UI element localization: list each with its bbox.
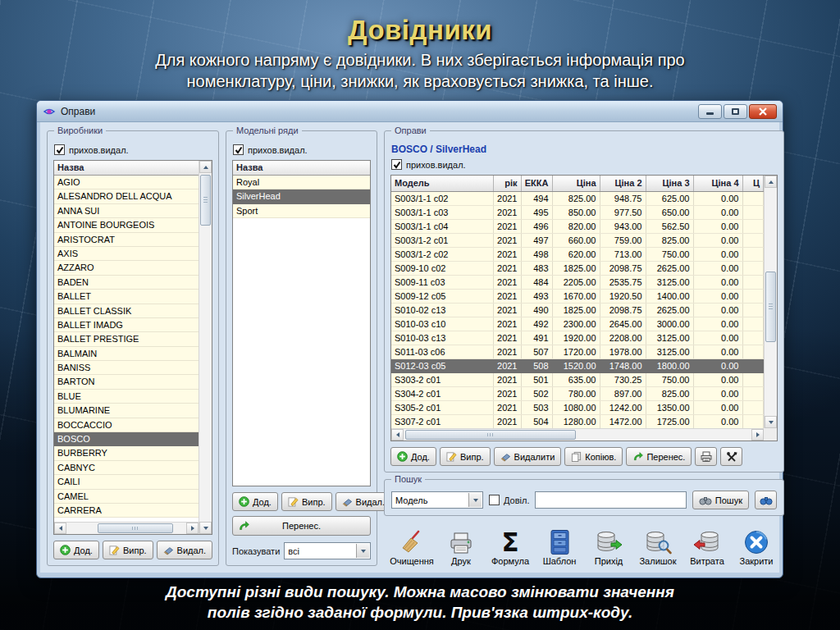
vertical-scrollbar[interactable] (199, 161, 212, 534)
scrollbar-thumb[interactable] (405, 430, 576, 440)
transfer-button[interactable]: Перенес. (626, 447, 692, 466)
column-header[interactable]: Ціна 3 (646, 176, 693, 191)
list-item[interactable]: ARISTOCRAT (54, 233, 199, 247)
list-item[interactable]: AZZARO (54, 261, 199, 275)
toolbar-item-close[interactable]: Закрити (732, 527, 781, 566)
column-header[interactable]: Ціна 2 (600, 176, 646, 191)
scroll-right-button[interactable] (751, 429, 764, 441)
table-row[interactable]: S010-03 c1320214911920.002208.003125.000… (391, 331, 764, 345)
advanced-search-button[interactable] (755, 491, 777, 509)
table-row[interactable]: S303-2 c012021501635.00730.25750.000.00 (391, 372, 764, 386)
toolbar-item-expense[interactable]: Витрата (682, 527, 732, 566)
table-row[interactable]: S003/1-1 c042021496820.00943.00562.500.0… (391, 219, 764, 233)
search-input[interactable] (535, 491, 686, 509)
list-item[interactable]: ANNA SUI (54, 204, 199, 218)
list-item[interactable]: BOCCACCIO (54, 418, 199, 432)
column-header[interactable]: рік (493, 176, 521, 191)
edit-button[interactable]: Випр. (103, 541, 153, 559)
list-header[interactable]: Назва (233, 161, 370, 176)
list-item[interactable]: ANTOINE BOURGEOIS (54, 218, 199, 232)
copy-button[interactable]: Копіюв. (564, 447, 623, 466)
table-row[interactable]: S009-10 c0220214831825.002098.752625.000… (391, 261, 764, 275)
add-button[interactable]: Дод. (53, 541, 99, 559)
list-item[interactable]: BADEN (54, 276, 199, 290)
add-button[interactable]: Дод. (390, 447, 436, 466)
list-item[interactable]: SilverHead (233, 189, 370, 203)
scrollbar-thumb[interactable] (765, 272, 776, 342)
search-button[interactable]: Пошук (692, 491, 749, 509)
delete-button[interactable]: Видалити (494, 447, 562, 466)
add-button[interactable]: Дод. (232, 492, 278, 511)
table-row[interactable]: S307-2 c0120215041280.001472.001725.000.… (391, 414, 764, 428)
table-row[interactable]: S003/1-2 c022021498620.00713.00750.000.0… (391, 247, 764, 261)
scroll-down-button[interactable] (765, 416, 777, 428)
transfer-button[interactable]: Перенес. (232, 516, 371, 536)
window-titlebar[interactable]: Оправи (37, 101, 783, 122)
list-item[interactable]: BANISS (54, 361, 199, 375)
list-item[interactable]: BALLET IMADG (54, 318, 199, 332)
edit-button[interactable]: Випр. (281, 492, 332, 511)
print-list-button[interactable] (695, 447, 717, 466)
list-item[interactable]: BALLET CLASSIK (54, 304, 199, 318)
table-row[interactable]: S003/1-1 c032021495850.00977.50650.000.0… (391, 205, 764, 219)
scroll-up-button[interactable] (765, 176, 777, 188)
hide-deleted-checkbox[interactable] (233, 144, 244, 155)
list-item[interactable]: CARRERA (54, 504, 199, 518)
list-item[interactable]: CAILI (54, 475, 199, 489)
table-row[interactable]: S304-2 c012021502780.00897.00825.000.00 (391, 386, 764, 400)
list-item[interactable]: BOSCO (54, 432, 199, 446)
search-field-select[interactable]: Модель (391, 491, 483, 509)
hide-deleted-checkbox[interactable] (391, 159, 402, 170)
scroll-up-button[interactable] (199, 161, 212, 173)
delete-button[interactable]: Видал. (336, 492, 392, 511)
list-item[interactable]: BALLET (54, 290, 199, 304)
list-item[interactable]: BALLET PRESTIGE (54, 332, 199, 346)
dropdown-button[interactable] (356, 544, 369, 558)
table-row[interactable]: S009-12 c0520214931670.001920.501400.000… (391, 289, 764, 303)
table-row[interactable]: S012-03 c0520215081520.001748.001800.000… (391, 358, 764, 372)
toolbar-item-clear[interactable]: Очищення (387, 527, 436, 566)
toolbar-item-income[interactable]: Прихід (584, 527, 633, 566)
list-item[interactable]: AXIS (54, 247, 199, 261)
column-header[interactable]: Ціна 4 (693, 176, 742, 191)
minimize-button[interactable] (698, 104, 722, 119)
list-item[interactable]: BURBERRY (54, 446, 199, 460)
any-match-checkbox[interactable] (489, 495, 500, 505)
column-header[interactable]: Модель (391, 176, 493, 191)
list-item[interactable]: BARTON (54, 375, 199, 389)
list-item[interactable]: Royal (233, 176, 370, 189)
table-row[interactable]: S003/1-1 c022021494825.00948.75625.000.0… (391, 191, 764, 205)
toolbar-item-print[interactable]: Друк (436, 527, 486, 566)
scroll-down-button[interactable] (199, 522, 212, 534)
scroll-left-button[interactable] (54, 523, 66, 534)
toolbar-item-formula[interactable]: Σ Формула (486, 527, 535, 566)
scrollbar-thumb[interactable] (200, 175, 211, 226)
vertical-scrollbar[interactable] (764, 176, 777, 428)
table-row[interactable]: S305-2 c0120215031080.001242.001350.000.… (391, 400, 764, 414)
edit-button[interactable]: Випр. (440, 447, 491, 466)
list-header[interactable]: Назва (54, 161, 199, 176)
tools-button[interactable] (720, 447, 742, 466)
column-header[interactable]: Ц (742, 176, 764, 191)
list-item[interactable]: AGIO (54, 176, 199, 189)
list-item[interactable]: BLUMARINE (54, 404, 199, 418)
horizontal-scrollbar[interactable] (54, 522, 199, 534)
list-item[interactable]: Sport (233, 204, 370, 218)
table-row[interactable]: S011-03 c0620215071720.001978.003125.000… (391, 345, 764, 358)
toolbar-item-stock[interactable]: Залишок (633, 527, 682, 566)
table-row[interactable]: S009-11 c0320214842205.002535.753125.000… (391, 275, 764, 289)
toolbar-item-template[interactable]: Шаблон (535, 527, 584, 566)
column-header[interactable]: Ціна (552, 176, 600, 191)
list-item[interactable]: BALMAIN (54, 347, 199, 361)
hide-deleted-checkbox[interactable] (54, 144, 65, 155)
list-item[interactable]: CAMEL (54, 490, 199, 504)
scroll-right-button[interactable] (186, 523, 199, 534)
table-row[interactable]: S010-02 c1320214901825.002098.752625.000… (391, 303, 764, 317)
scrollbar-thumb[interactable] (98, 523, 173, 533)
scroll-left-button[interactable] (391, 429, 404, 441)
column-header[interactable]: ЕККА (521, 176, 552, 191)
maximize-button[interactable] (724, 104, 747, 119)
list-item[interactable]: CABNYC (54, 461, 199, 475)
horizontal-scrollbar[interactable] (391, 428, 764, 441)
list-item[interactable]: ALESANDRO DELL ACQUA (54, 189, 199, 203)
